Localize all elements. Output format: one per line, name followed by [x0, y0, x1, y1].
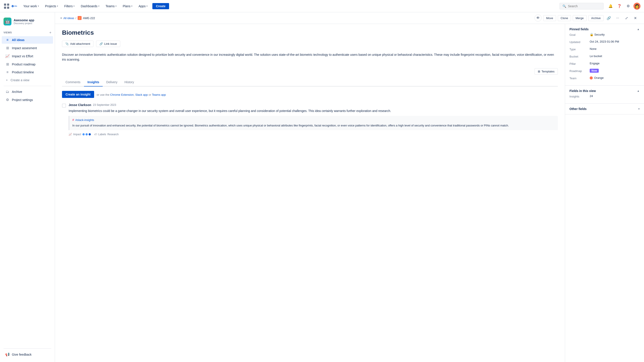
goal-label: Goal — [570, 33, 587, 36]
insight-cta: Create an insight or use the Chrome Exte… — [62, 91, 558, 99]
chart-icon: 📈 — [5, 54, 10, 58]
pinned-fields-chevron: ▲ — [637, 28, 640, 31]
sidebar-item-product-timeline[interactable]: ≡ Product timeline — [2, 68, 53, 76]
nav-plans[interactable]: Plans ▾ — [120, 3, 134, 9]
archive-button[interactable]: Archive — [588, 15, 604, 21]
svg-rect-2 — [4, 6, 6, 8]
templates-icon: ⊞ — [538, 70, 540, 73]
nav-your-work[interactable]: Your work ▾ — [21, 3, 41, 9]
nav-projects[interactable]: Projects ▾ — [43, 3, 60, 9]
tab-comments[interactable]: Comments — [62, 78, 84, 86]
sidebar-item-project-settings[interactable]: ⚙ Project settings — [2, 96, 53, 104]
notifications-icon[interactable]: 🔔 — [607, 3, 614, 10]
insight-cta-text: or use the Chrome Extension, Slack app o… — [97, 93, 166, 96]
tab-delivery[interactable]: Delivery — [103, 78, 121, 86]
nav-logo[interactable]: Jira — [4, 3, 18, 9]
insights-count-field: Insights 24 — [570, 93, 640, 100]
sidebar-item-all-ideas[interactable]: ≡ All ideas — [2, 36, 53, 44]
user-avatar[interactable]: 👩 — [634, 3, 640, 10]
bucket-value[interactable]: Le bucket — [590, 54, 640, 58]
chrome-extension-link[interactable]: Chrome Extension — [110, 93, 134, 96]
sidebar-item-impact-assesment[interactable]: ⊞ Impact assesment — [2, 44, 53, 52]
feedback-icon: 📢 — [5, 352, 10, 357]
type-value[interactable]: None — [590, 47, 640, 50]
labels-icon: 🏷 — [94, 133, 97, 136]
bucket-label: Bucket — [570, 54, 587, 58]
move-button[interactable]: Move — [543, 15, 556, 21]
fields-in-view-section: Fields in this view ▲ Insights 24 — [565, 86, 644, 104]
sidebar-item-archive[interactable]: 🗂 Archive — [2, 88, 53, 96]
nav-dashboards[interactable]: Dashboards ▾ — [78, 3, 102, 9]
close-button[interactable]: ✕ — [632, 14, 639, 21]
team-value[interactable]: Orange — [590, 76, 640, 80]
bucket-field: Bucket Le bucket — [570, 53, 640, 60]
impact-dots — [82, 133, 91, 136]
add-attachment-button[interactable]: 📎 Add attachment — [62, 41, 94, 47]
impact-icon: 📈 — [68, 133, 72, 136]
insight-date: 23 September 2023 — [93, 103, 116, 106]
fields-in-view-header[interactable]: Fields in this view ▲ — [570, 89, 640, 93]
other-fields-header[interactable]: Other fields ▾ — [570, 107, 640, 111]
insight-checkbox[interactable] — [62, 104, 66, 108]
team-field: Team Orange — [570, 74, 640, 82]
breadcrumb: ≡ All ideas / ⚡ AWE-222 — [60, 16, 95, 20]
nav-teams[interactable]: Teams ▾ — [103, 3, 119, 9]
more-options-button[interactable]: ··· — [614, 14, 621, 21]
create-view-button[interactable]: ＋ Create a view — [2, 76, 53, 84]
create-insight-button[interactable]: Create an insight — [62, 91, 94, 98]
article-description: Discover an innovative biometric authent… — [62, 52, 558, 62]
roadmap-icon: ⊞ — [5, 62, 10, 66]
pillar-value[interactable]: Engage — [590, 62, 640, 65]
svg-rect-0 — [4, 3, 6, 5]
sidebar-item-label: Impact assesment — [12, 46, 37, 50]
expand-button[interactable]: ⤢ — [623, 14, 630, 21]
create-button[interactable]: Create — [152, 3, 169, 9]
attachment-icon: 📎 — [65, 42, 69, 45]
roadmap-value[interactable]: Now — [590, 69, 640, 72]
search-bar[interactable]: 🔍 — [560, 3, 604, 9]
updated-value: Oct 24, 2023 01:06 PM — [590, 40, 640, 43]
templates-button[interactable]: ⊞ Templates — [534, 68, 558, 75]
main-content: ≡ All ideas / ⚡ AWE-222 👁 Move Clone Mer… — [55, 12, 644, 362]
insight-source: # #slack-insights In our pursuit of inno… — [68, 116, 558, 130]
svg-rect-1 — [7, 3, 9, 5]
nav-filters[interactable]: Filters ▾ — [62, 3, 77, 9]
issue-type-icon: ⚡ — [78, 16, 82, 20]
pinned-fields-section: Pinned fields ▲ Goal 🔒 Security — [565, 24, 644, 86]
nav-apps[interactable]: Apps ▾ — [136, 3, 150, 9]
roadmap-badge: Now — [590, 69, 599, 73]
project-name: Awesome app — [14, 18, 34, 22]
insight-source-label[interactable]: # #slack-insights — [72, 118, 555, 122]
clone-button[interactable]: Clone — [558, 15, 571, 21]
link-issue-button[interactable]: 🔗 Link issue — [96, 41, 120, 47]
help-icon[interactable]: ❓ — [616, 3, 623, 10]
slack-app-link[interactable]: Slack app — [135, 93, 148, 96]
insight-header: Jesse Clarkson 23 September 2023 — [68, 103, 558, 107]
archive-icon: 🗂 — [5, 90, 10, 94]
sidebar-item-product-roadmap[interactable]: ⊞ Product roadmap — [2, 60, 53, 68]
other-fields-title: Other fields — [570, 107, 586, 111]
tab-history[interactable]: History — [121, 78, 138, 86]
dot-2 — [86, 133, 88, 136]
goal-field: Goal 🔒 Security — [570, 31, 640, 38]
breadcrumb-issue-id: AWE-222 — [83, 16, 95, 20]
settings-icon[interactable]: ⚙ — [625, 3, 632, 10]
breadcrumb-all-ideas[interactable]: All ideas — [63, 16, 74, 20]
search-input[interactable] — [568, 4, 599, 8]
watch-button[interactable]: 👁 — [534, 14, 542, 21]
grid-icon[interactable] — [4, 3, 10, 9]
sidebar-divider-2 — [4, 348, 51, 349]
share-button[interactable]: 🔗 — [605, 14, 612, 21]
sidebar-item-give-feedback[interactable]: 📢 Give feedback — [2, 351, 53, 358]
pinned-fields-header[interactable]: Pinned fields ▲ — [570, 27, 640, 31]
insight-content: Jesse Clarkson 23 September 2023 Impleme… — [68, 103, 558, 136]
action-buttons: 👁 Move Clone Merge Archive 🔗 ··· ⤢ ✕ — [534, 14, 639, 21]
add-view-button[interactable]: ＋ — [48, 30, 53, 35]
top-navigation: Jira Your work ▾ Projects ▾ Filters ▾ Da… — [0, 0, 644, 12]
merge-button[interactable]: Merge — [573, 15, 586, 21]
tab-insights[interactable]: Insights — [84, 78, 103, 86]
plus-icon: ＋ — [5, 78, 8, 82]
sidebar-item-impact-vs-effort[interactable]: 📈 Impact vs Effort — [2, 52, 53, 60]
goal-badge[interactable]: 🔒 Security — [590, 33, 605, 36]
teams-app-link[interactable]: Teams app — [152, 93, 166, 96]
